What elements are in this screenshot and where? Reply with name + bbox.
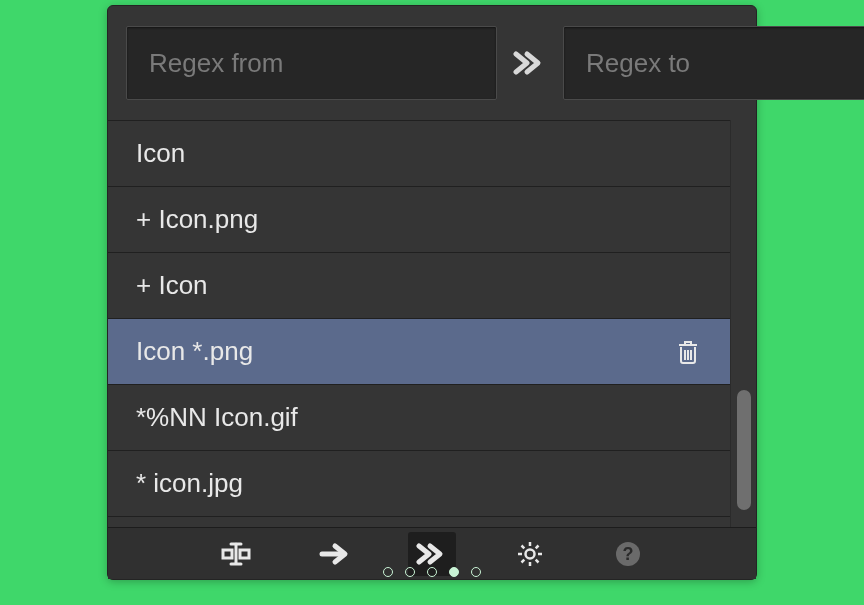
list-item[interactable]: + Icon: [108, 253, 730, 319]
pattern-list: Icon + Icon.png + Icon Icon *.png: [108, 120, 730, 527]
regex-to-input[interactable]: [563, 26, 864, 100]
list-item-label: Icon *.png: [136, 336, 674, 367]
svg-rect-4: [240, 550, 249, 558]
pager-dot[interactable]: [427, 567, 437, 577]
list-item-label: *%NN Icon.gif: [136, 402, 702, 433]
scrollbar[interactable]: [730, 120, 756, 527]
list-item-label: Icon: [136, 138, 702, 169]
double-arrow-right-icon: [513, 49, 547, 77]
arrow-right-icon: [319, 542, 349, 566]
svg-point-6: [526, 549, 535, 558]
list-item[interactable]: + Icon.png: [108, 187, 730, 253]
list-item-label: + Icon: [136, 270, 702, 301]
svg-line-12: [536, 559, 539, 562]
regex-from-input[interactable]: [126, 26, 497, 100]
pager-dots: [108, 567, 756, 577]
list-container: Icon + Icon.png + Icon Icon *.png: [108, 120, 756, 527]
scrollbar-thumb[interactable]: [737, 390, 751, 510]
list-item-label: * icon.jpg: [136, 468, 702, 499]
svg-line-14: [522, 559, 525, 562]
double-arrow-right-icon: [416, 542, 448, 566]
svg-line-13: [536, 545, 539, 548]
regex-panel: Icon + Icon.png + Icon Icon *.png: [107, 5, 757, 580]
list-item[interactable]: *%NN Icon.gif: [108, 385, 730, 451]
pager-dot[interactable]: [405, 567, 415, 577]
list-item[interactable]: * icon.jpg: [108, 451, 730, 517]
trash-icon[interactable]: [674, 339, 702, 365]
svg-text:?: ?: [623, 544, 634, 564]
toolbar: ?: [108, 527, 756, 579]
help-icon: ?: [614, 540, 642, 568]
svg-rect-3: [223, 550, 232, 558]
pager-dot[interactable]: [471, 567, 481, 577]
pager-dot[interactable]: [383, 567, 393, 577]
text-cursor-icon: [221, 540, 251, 568]
list-item[interactable]: Icon: [108, 121, 730, 187]
list-item-label: + Icon.png: [136, 204, 702, 235]
svg-line-11: [522, 545, 525, 548]
list-item[interactable]: Icon *.png: [108, 319, 730, 385]
gear-icon: [516, 540, 544, 568]
regex-header: [108, 6, 756, 120]
pager-dot[interactable]: [449, 567, 459, 577]
